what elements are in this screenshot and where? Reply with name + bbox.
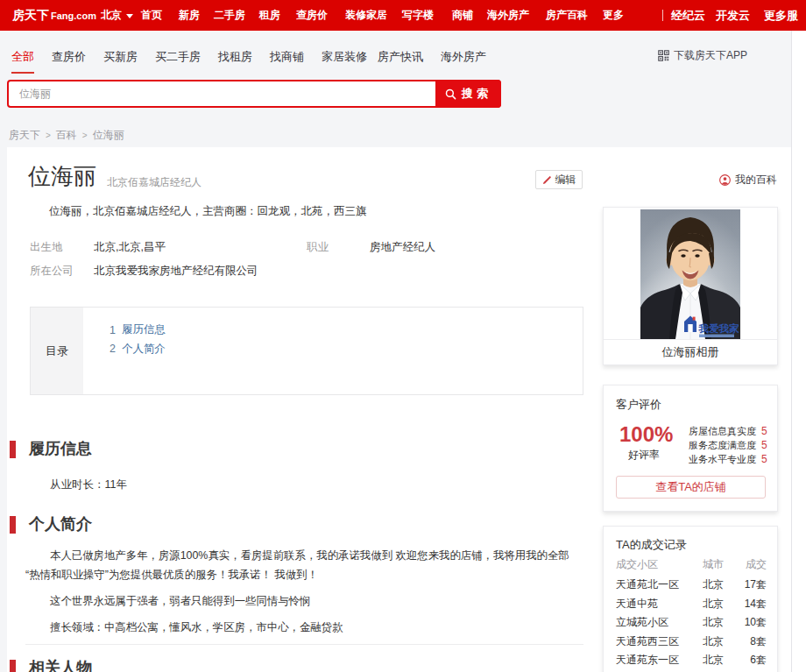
toc-link-intro[interactable]: 个人简介 [122,342,166,357]
topnav-item-secondhand[interactable]: 二手房 [214,0,245,31]
intro-paragraph: 本人已做房地产多年，房源100%真实，看房提前联系，我的承诺我做到 欢迎您来我的… [25,546,576,584]
deal-count: 14套 [738,597,767,612]
logo-en: Fang.com [51,11,96,21]
search-bar: 搜索 [7,80,501,108]
topbar-divider [662,10,663,21]
deals-table-header: 成交小区 城市 成交 [616,555,767,575]
deals-card-title: TA的成交记录 [616,537,687,553]
page-title: 位海丽 [28,163,96,189]
breadcrumb-home[interactable]: 房天下 [9,128,40,143]
topnav-item-price[interactable]: 查房价 [296,0,328,31]
rating-label: 业务水平专业度 [689,453,758,466]
photo-album-card[interactable]: 我爱我家 位海丽相册 [603,207,778,365]
subnav-item-news[interactable]: 房产快讯 [378,49,423,65]
logo-zh: 房天下 [12,8,49,24]
deal-count: 8套 [738,634,767,649]
search-button-label: 搜索 [462,86,491,102]
company-value: 北京我爱我家房地产经纪有限公司 [94,263,258,279]
subnav-item-decoration[interactable]: 家居装修 [322,49,367,65]
topnav-item-decoration[interactable]: 装修家居 [345,0,387,31]
deal-city: 北京 [703,653,738,668]
breadcrumb-current[interactable]: 位海丽 [93,128,124,143]
rating-value: 5 [761,453,767,465]
toc-link-resume[interactable]: 履历信息 [122,322,166,337]
breadcrumb-separator: > [82,131,88,140]
topnav-item-agentcloud[interactable]: 经纪云 [671,0,705,31]
table-of-contents: 目录 1 履历信息 2 个人简介 [30,307,583,395]
deal-count: 17套 [738,577,767,592]
review-card-title: 客户评价 [616,397,661,413]
section-title-resume: 履历信息 [29,439,92,458]
search-input[interactable] [9,81,499,106]
rating-value: 5 [761,439,767,451]
search-button[interactable]: 搜索 [435,80,501,108]
occupation-value: 房地产经纪人 [370,239,435,255]
download-app[interactable]: 下载房天下APP [658,48,747,63]
deal-community: 天通苑北一区 [616,577,703,592]
deals-header-city: 城市 [703,557,738,572]
rating-row: 房屋信息真实度 5 [689,424,767,438]
my-baike-label: 我的百科 [735,173,777,187]
deals-table-row[interactable]: 天通中苑 北京 14套 [616,595,767,614]
breadcrumb-baike[interactable]: 百科 [56,128,77,143]
subnav-item-newhouse[interactable]: 买新房 [103,49,138,65]
section-marker [10,660,16,672]
topnav-item-newhouse[interactable]: 新房 [179,0,200,31]
rating-label: 服务态度满意度 [689,439,758,452]
deal-city: 北京 [703,597,738,612]
download-app-label: 下载房天下APP [674,48,747,63]
deals-table-row[interactable]: 天通苑西三区 北京 8套 [616,633,767,652]
topnav-item-baike[interactable]: 房产百科 [546,0,588,31]
right-edge-line [791,31,806,672]
my-baike-link[interactable]: 我的百科 [719,173,777,187]
album-caption[interactable]: 位海丽相册 [604,339,777,364]
deals-table-row[interactable]: 天通苑北一区 北京 17套 [616,576,767,595]
topnav-item-overseas[interactable]: 海外房产 [487,0,529,31]
topnav-item-devcloud[interactable]: 开发云 [716,0,750,31]
section-title-intro: 个人简介 [29,514,92,534]
topnav-item-office[interactable]: 写字楼 [402,0,434,31]
subnav-item-secondhand[interactable]: 买二手房 [155,49,201,65]
secondary-navigation: 全部 查房价 买新房 买二手房 找租房 找商铺 家居装修 房产快讯 海外房产 [11,44,504,70]
toc-item-number: 2 [110,343,116,355]
svg-text:我爱我家: 我爱我家 [698,322,740,334]
deal-city: 北京 [703,615,738,630]
review-percent: 100% [619,422,673,447]
toc-item-number: 1 [110,324,116,336]
edit-button[interactable]: 编辑 [535,170,583,189]
subnav-item-shop[interactable]: 找商铺 [270,49,304,65]
toc-label: 目录 [31,308,83,394]
topnav-item-rent[interactable]: 租房 [259,0,280,31]
subnav-item-overseas[interactable]: 海外房产 [441,49,486,65]
deals-table-row[interactable]: 立城苑小区 北京 10套 [616,613,767,633]
topnav-item-home[interactable]: 首页 [141,0,162,31]
subnav-item-all[interactable]: 全部 [11,49,34,65]
birthplace-label: 出生地 [30,239,63,255]
subnav-item-price[interactable]: 查房价 [52,49,86,65]
view-shop-button[interactable]: 查看TA的店铺 [616,476,766,499]
toc-item-resume: 1 履历信息 [110,321,583,340]
search-icon [445,88,456,100]
qr-code-icon [658,50,669,61]
pencil-icon [542,175,552,185]
deals-header-community: 成交小区 [616,557,703,572]
edit-button-label: 编辑 [555,173,576,187]
subnav-item-rent[interactable]: 找租房 [218,49,252,65]
resume-line: 从业时长：11年 [50,476,127,493]
deal-community: 立城苑小区 [616,615,703,630]
occupation-label: 职业 [307,239,329,255]
city-label: 北京 [101,8,122,23]
breadcrumb: 房天下 > 百科 > 位海丽 [9,128,124,143]
topnav-item-shop[interactable]: 商铺 [452,0,473,31]
deal-community: 天通苑东一区 [616,653,703,668]
chevron-down-icon [126,14,133,18]
deal-community: 天通中苑 [616,597,703,612]
topnav-item-moreservices[interactable]: 更多服 [764,0,798,31]
intro-paragraph: 擅长领域：中高档公寓，懂风水，学区房，市中心，金融贷款 [25,618,576,637]
deal-count: 10套 [738,615,767,630]
deals-table-row[interactable]: 天通苑东一区 北京 6套 [616,651,767,670]
fang-logo[interactable]: 房天下 Fang.com [12,0,96,31]
topnav-item-more[interactable]: 更多 [603,0,624,31]
toc-body: 1 履历信息 2 个人简介 [83,308,583,394]
city-selector[interactable]: 北京 [101,0,133,31]
